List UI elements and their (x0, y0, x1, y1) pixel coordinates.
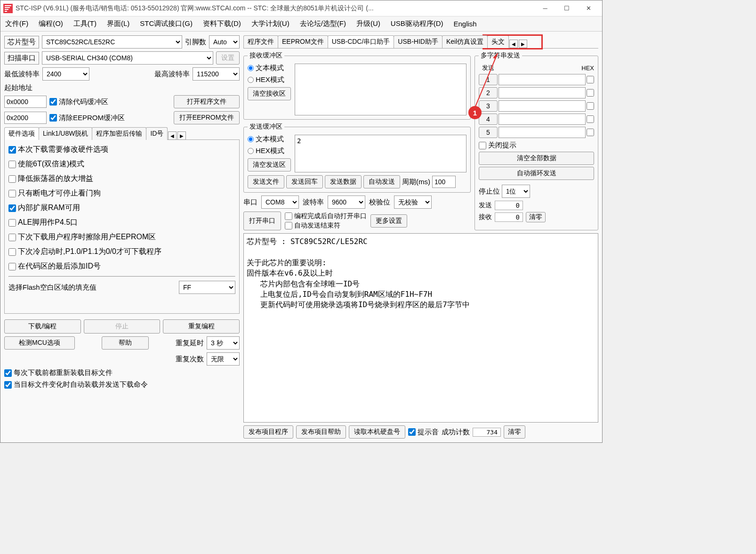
hw-opt-6-checkbox[interactable] (8, 234, 16, 241)
download-program-button[interactable]: 下载/编程 (4, 319, 81, 334)
menu-upgrade[interactable]: 升级(U) (354, 17, 382, 30)
open-eeprom-button[interactable]: 打开EEPROM文件 (174, 111, 240, 124)
tab-hardware[interactable]: 硬件选项 (4, 127, 39, 140)
chip-select[interactable]: STC89C52RC/LE52RC (42, 35, 182, 49)
rx-textarea[interactable] (295, 64, 466, 115)
flash-fill-select[interactable]: FF (179, 281, 235, 294)
clear-rx-button[interactable]: 清空接收区 (248, 87, 291, 100)
max-baud-select[interactable]: 115200 (193, 67, 240, 81)
tab-id[interactable]: ID号 (146, 127, 168, 140)
clear-tx-button[interactable]: 清空发送区 (248, 158, 291, 171)
log-textarea[interactable]: 芯片型号 : STC89C52RC/LE52RC 关于此芯片的重要说明: 固件版… (243, 233, 598, 423)
hw-opt-0-checkbox[interactable] (8, 146, 16, 154)
hw-opt-1-checkbox[interactable] (8, 161, 16, 168)
auto-send-button[interactable]: 自动发送 (363, 175, 400, 188)
menu-stc-debug[interactable]: STC调试接口(G) (138, 17, 194, 30)
tab-keil[interactable]: Keil仿真设置 (442, 35, 488, 48)
period-input[interactable] (432, 176, 456, 188)
tx-text-radio[interactable] (248, 136, 254, 142)
sound-checkbox[interactable] (408, 428, 416, 436)
recount-select[interactable]: 无限 (207, 352, 240, 366)
tab-usb-hid[interactable]: USB-HID助手 (394, 35, 442, 48)
tab-program-file[interactable]: 程序文件 (243, 35, 278, 48)
auto-send-cmd-checkbox[interactable] (4, 381, 12, 389)
close-button[interactable]: ✕ (578, 0, 599, 16)
menu-forum[interactable]: 去论坛/选型(F) (298, 17, 348, 30)
multi-hex-3[interactable] (587, 102, 594, 110)
multi-send-3[interactable]: 3 (479, 100, 498, 112)
release-help-button[interactable]: 发布项目帮助 (296, 425, 346, 439)
multi-hex-1[interactable] (587, 76, 594, 83)
auto-end-checkbox[interactable] (285, 222, 292, 229)
hw-opt-8-checkbox[interactable] (8, 263, 16, 270)
tx-textarea[interactable]: 2 (295, 135, 466, 172)
open-program-button[interactable]: 打开程序文件 (174, 95, 240, 108)
hw-opt-4-checkbox[interactable] (8, 204, 16, 212)
clear-code-checkbox[interactable] (49, 98, 57, 106)
multi-hex-4[interactable] (587, 115, 594, 123)
menu-file[interactable]: 文件(F) (3, 17, 30, 30)
multi-text-3[interactable] (499, 100, 586, 112)
tx-hex-radio[interactable] (248, 148, 254, 154)
serial-baud-select[interactable]: 9600 (328, 196, 365, 209)
reprogram-button[interactable]: 重复编程 (163, 319, 240, 334)
stopbit-select[interactable]: 1位 (502, 185, 530, 198)
read-hdd-button[interactable]: 读取本机硬盘号 (349, 425, 405, 439)
clear-count-button[interactable]: 清零 (526, 212, 546, 222)
clear-eeprom-checkbox[interactable] (49, 114, 57, 122)
clear-success-button[interactable]: 清零 (504, 425, 525, 439)
tab-prev-icon[interactable]: ◀ (168, 131, 177, 140)
tab-encrypt[interactable]: 程序加密后传输 (92, 127, 146, 140)
help-button[interactable]: 帮助 (102, 336, 149, 350)
close-hint-checkbox[interactable] (479, 142, 486, 149)
hw-opt-5-checkbox[interactable] (8, 219, 16, 227)
multi-hex-2[interactable] (587, 89, 594, 97)
stop-button[interactable]: 停止 (84, 319, 161, 334)
multi-send-5[interactable]: 5 (479, 127, 498, 138)
menu-english[interactable]: English (451, 18, 478, 30)
detect-mcu-button[interactable]: 检测MCU选项 (4, 336, 75, 350)
hw-opt-7-checkbox[interactable] (8, 248, 16, 256)
tab-eeprom-file[interactable]: EEPROM文件 (278, 35, 328, 48)
rx-text-radio[interactable] (248, 65, 254, 71)
hw-opt-3-checkbox[interactable] (8, 190, 16, 197)
reload-each-checkbox[interactable] (4, 369, 12, 377)
multi-text-5[interactable] (499, 127, 586, 138)
addr2-input[interactable] (4, 112, 47, 124)
port-select[interactable]: USB-SERIAL CH340 (COM8) (42, 51, 213, 65)
auto-cycle-button[interactable]: 自动循环发送 (479, 167, 594, 180)
multi-text-1[interactable] (499, 74, 586, 85)
redelay-select[interactable]: 3 秒 (207, 336, 240, 350)
multi-send-4[interactable]: 4 (479, 114, 498, 125)
menu-interface[interactable]: 界面(L) (105, 17, 131, 30)
serial-port-select[interactable]: COM8 (261, 196, 299, 209)
clear-all-multi-button[interactable]: 清空全部数据 (479, 152, 594, 165)
tab-usb-cdc[interactable]: USB-CDC/串口助手 (328, 35, 394, 48)
tab-next-icon[interactable]: ▶ (177, 131, 186, 140)
auto-open-serial-checkbox[interactable] (285, 212, 292, 220)
multi-text-2[interactable] (499, 87, 586, 98)
hw-opt-2-checkbox[interactable] (8, 175, 16, 183)
multi-hex-5[interactable] (587, 129, 594, 136)
multi-send-1[interactable]: 1 (479, 74, 498, 85)
menu-download[interactable]: 资料下载(D) (201, 17, 243, 30)
min-baud-select[interactable]: 2400 (42, 67, 89, 81)
open-serial-button[interactable]: 打开串口 (243, 212, 281, 230)
menu-tool[interactable]: 工具(T) (72, 17, 98, 30)
send-data-button[interactable]: 发送数据 (325, 175, 362, 188)
maximize-button[interactable]: ☐ (556, 0, 578, 16)
addr1-input[interactable] (4, 96, 47, 108)
menu-program[interactable]: 编程(O) (37, 17, 65, 30)
menu-usb-driver[interactable]: USB驱动程序(D) (389, 17, 445, 30)
settings-button[interactable]: 设置 (216, 51, 240, 65)
pin-select[interactable]: Auto (209, 35, 240, 49)
send-cr-button[interactable]: 发送回车 (286, 175, 323, 188)
rx-hex-radio[interactable] (248, 77, 254, 83)
multi-send-2[interactable]: 2 (479, 87, 498, 98)
more-settings-button[interactable]: 更多设置 (370, 214, 407, 228)
tab-link1[interactable]: Link1/U8W脱机 (39, 127, 92, 140)
multi-text-4[interactable] (499, 114, 586, 125)
serial-parity-select[interactable]: 无校验 (394, 196, 432, 209)
release-program-button[interactable]: 发布项目程序 (243, 425, 293, 439)
minimize-button[interactable]: ─ (534, 0, 556, 16)
